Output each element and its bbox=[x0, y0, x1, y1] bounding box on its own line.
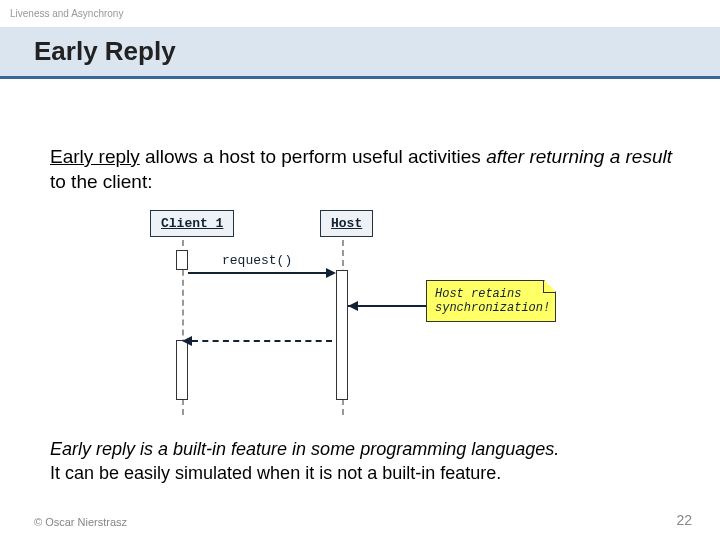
activation-host bbox=[336, 270, 348, 400]
message-request-label: request() bbox=[220, 253, 294, 268]
actor-client-box: Client 1 bbox=[150, 210, 234, 237]
activation-client-post bbox=[176, 340, 188, 400]
note-fold-border bbox=[544, 280, 556, 292]
activation-client-pre bbox=[176, 250, 188, 270]
slide: Liveness and Asynchrony Early Reply Earl… bbox=[0, 0, 720, 540]
sequence-diagram: Client 1 Host request() Host retains syn… bbox=[120, 210, 560, 430]
outro-line2: It can be easily simulated when it is no… bbox=[50, 463, 501, 483]
intro-text: Early reply allows a host to perform use… bbox=[50, 145, 680, 194]
intro-mid1: allows a host to perform useful activiti… bbox=[140, 146, 486, 167]
intro-italic: after returning a result bbox=[486, 146, 672, 167]
intro-term: Early reply bbox=[50, 146, 140, 167]
footer-copyright: © Oscar Nierstrasz bbox=[34, 516, 127, 528]
arrow-request bbox=[188, 272, 328, 274]
note-box: Host retains synchronization! bbox=[426, 280, 556, 322]
page-title: Early Reply bbox=[34, 36, 176, 67]
note-text: Host retains synchronization! bbox=[435, 287, 550, 315]
footer-page-number: 22 bbox=[676, 512, 692, 528]
arrow-reply-head-icon bbox=[182, 336, 192, 346]
outro-text: Early reply is a built-in feature in som… bbox=[50, 438, 680, 485]
arrow-request-head-icon bbox=[326, 268, 336, 278]
topic-label: Liveness and Asynchrony bbox=[10, 8, 123, 19]
intro-mid2: to the client: bbox=[50, 171, 152, 192]
title-band: Early Reply bbox=[0, 27, 720, 79]
note-connector-head-icon bbox=[348, 301, 358, 311]
arrow-reply bbox=[192, 340, 332, 342]
note-connector bbox=[348, 305, 426, 307]
outro-line1: Early reply is a built-in feature in som… bbox=[50, 439, 559, 459]
actor-host-box: Host bbox=[320, 210, 373, 237]
